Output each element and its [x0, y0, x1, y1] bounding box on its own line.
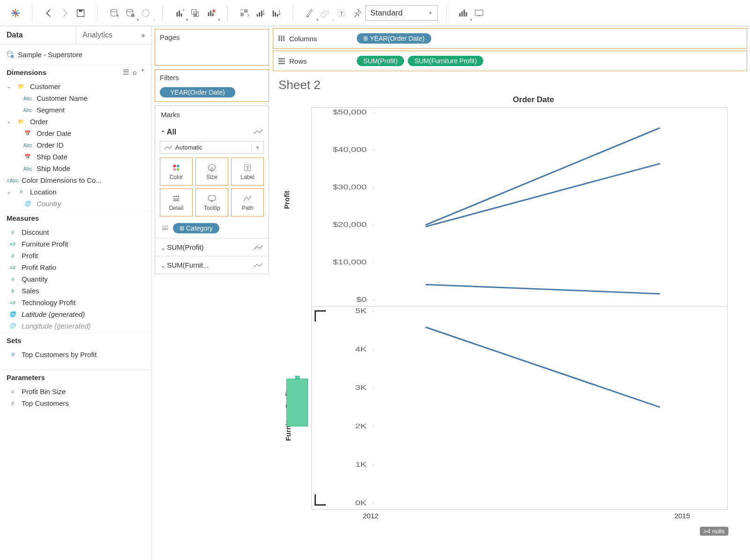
sort-asc-icon[interactable]: [252, 5, 268, 21]
mark-label[interactable]: TLabel: [231, 157, 264, 186]
mark-tooltip[interactable]: Tooltip: [195, 188, 228, 217]
field-quantity[interactable]: #Quantity: [0, 273, 151, 285]
presentation-icon[interactable]: [471, 5, 487, 21]
viz-panel: Columns ⊞ YEAR(Order Date) Rows SUM(Prof…: [272, 26, 750, 560]
pill-category[interactable]: ⊞ Category: [173, 223, 219, 233]
new-worksheet-icon[interactable]: +▼: [171, 5, 187, 21]
y-axis-profit[interactable]: Profit: [283, 191, 291, 209]
size-icon: [207, 163, 217, 173]
calc-number-icon: =#: [7, 265, 19, 270]
svg-rect-37: [466, 12, 467, 16]
field-segment[interactable]: AbcSegment: [0, 104, 151, 116]
pin-icon[interactable]: [349, 5, 365, 21]
swap-icon[interactable]: [236, 5, 252, 21]
mark-color[interactable]: Color: [160, 157, 193, 186]
rows-shelf[interactable]: Rows SUM(Profit) SUM(Furniture Profit): [273, 51, 747, 71]
search-icon[interactable]: ⌕: [133, 68, 137, 76]
tab-analytics[interactable]: Analytics◆: [75, 26, 151, 44]
number-icon: #: [7, 389, 19, 395]
nulls-indicator[interactable]: >4 nulls: [700, 527, 728, 536]
field-order-id[interactable]: AbcOrder ID: [0, 139, 151, 151]
field-customer-name[interactable]: AbcCustomer Name: [0, 92, 151, 104]
label-icon[interactable]: T: [333, 5, 349, 21]
datasource-name: Sample - Superstore: [18, 51, 82, 59]
marks-sum-furniture[interactable]: ⌄ SUM(Furnit...: [155, 256, 269, 274]
column-pill-year[interactable]: ⊞ YEAR(Order Date): [357, 33, 431, 44]
columns-shelf[interactable]: Columns ⊞ YEAR(Order Date): [273, 28, 747, 49]
measures-header: Measures: [0, 210, 151, 225]
new-datasource-icon[interactable]: +: [106, 5, 122, 21]
number-icon: #: [7, 401, 19, 406]
show-me-icon[interactable]: ▼: [455, 5, 471, 21]
filters-shelf[interactable]: Filters YEAR(Order Date): [155, 69, 269, 102]
highlight-icon[interactable]: ▼: [301, 5, 317, 21]
field-country[interactable]: 🌐Country: [0, 198, 151, 209]
field-ship-mode[interactable]: AbcShip Mode: [0, 163, 151, 174]
svg-rect-54: [209, 196, 216, 201]
field-order-date[interactable]: 📅Order Date: [0, 127, 151, 139]
clear-sheet-icon[interactable]: ▼: [203, 5, 219, 21]
view-list-icon[interactable]: ☰: [123, 68, 129, 76]
svg-rect-9: [132, 14, 133, 16]
sheet-title[interactable]: Sheet 2: [278, 78, 742, 92]
dropdown-icon[interactable]: ▼: [141, 68, 145, 76]
param-top-customers[interactable]: #Top Customers: [0, 397, 151, 409]
abc-icon: Abc: [22, 96, 34, 101]
field-technology-profit[interactable]: =#Technology Profit: [0, 297, 151, 308]
mark-path[interactable]: Path: [231, 188, 264, 217]
chevron-down-icon: ▼: [251, 145, 260, 150]
folder-order[interactable]: ⌄📁Order: [0, 116, 151, 127]
field-furniture-profit[interactable]: =#Furniture Profit: [0, 238, 151, 250]
field-discount[interactable]: #Discount: [0, 226, 151, 238]
svg-rect-20: [210, 10, 211, 16]
field-longitude[interactable]: 🌐Longitude (generated): [0, 320, 151, 332]
axis-resize-handle-top[interactable]: [295, 376, 300, 379]
shelves-panel: Pages Filters YEAR(Order Date) Marks ⌃ A…: [152, 26, 272, 560]
globe-icon: 🌐: [7, 323, 19, 329]
field-profit-ratio[interactable]: =#Profit Ratio: [0, 261, 151, 273]
tableau-logo-icon[interactable]: [8, 5, 23, 21]
field-color-dims[interactable]: =AbcColor Dimensions to Co...: [0, 174, 151, 186]
selection-bracket: [315, 310, 326, 321]
set-top-customers[interactable]: ⊘Top Customers by Profit: [0, 349, 151, 360]
axis-resize-handle[interactable]: [286, 379, 308, 426]
fit-dropdown[interactable]: Standard ▼: [365, 5, 438, 21]
svg-text:T: T: [246, 166, 249, 171]
mark-size[interactable]: Size: [195, 157, 228, 186]
svg-text:+: +: [116, 13, 119, 18]
sort-desc-icon[interactable]: [268, 5, 284, 21]
row-pill-sum-profit[interactable]: SUM(Profit): [357, 56, 404, 66]
marks-sum-profit[interactable]: ⌄ SUM(Profit): [155, 238, 269, 256]
marks-all-row[interactable]: ⌃ All: [155, 123, 269, 141]
mark-detail[interactable]: Detail: [160, 188, 193, 217]
selection-bracket: [315, 494, 326, 506]
folder-customer[interactable]: ⌄📁Customer: [0, 81, 151, 92]
filter-pill-year[interactable]: YEAR(Order Date): [160, 87, 235, 97]
field-latitude[interactable]: 🌐Latitude (generated): [0, 308, 151, 320]
refresh-icon[interactable]: ▼: [138, 5, 154, 21]
duplicate-sheet-icon[interactable]: [187, 5, 203, 21]
pages-shelf[interactable]: Pages: [155, 29, 269, 66]
forward-icon[interactable]: [57, 5, 73, 21]
svg-text:4K: 4K: [355, 345, 367, 353]
field-sales[interactable]: #Sales: [0, 285, 151, 297]
datasource-row[interactable]: Sample - Superstore: [0, 45, 151, 64]
tab-data[interactable]: Data: [0, 26, 75, 44]
chart-area[interactable]: $0$10,000$20,000$30,000$40,000$50,000 0K…: [311, 107, 728, 510]
save-icon[interactable]: [73, 5, 89, 21]
svg-point-41: [173, 165, 176, 168]
mark-type-dropdown[interactable]: Automatic ▼: [160, 141, 264, 154]
param-profit-bin[interactable]: #Profit Bin Size: [0, 386, 151, 397]
svg-rect-17: [195, 13, 195, 15]
field-profit[interactable]: #Profit: [0, 250, 151, 261]
svg-rect-21: [212, 13, 214, 16]
svg-text:0K: 0K: [355, 499, 367, 507]
back-icon[interactable]: [41, 5, 57, 21]
row-pill-sum-furniture-profit[interactable]: SUM(Furniture Profit): [408, 56, 483, 66]
field-ship-date[interactable]: 📅Ship Date: [0, 151, 151, 163]
sets-header: Sets: [0, 333, 151, 348]
svg-point-6: [111, 9, 117, 12]
folder-location[interactable]: ⌄ℎLocation: [0, 186, 151, 198]
attachment-icon[interactable]: ▼: [317, 5, 333, 21]
pause-data-icon[interactable]: ▼: [122, 5, 138, 21]
